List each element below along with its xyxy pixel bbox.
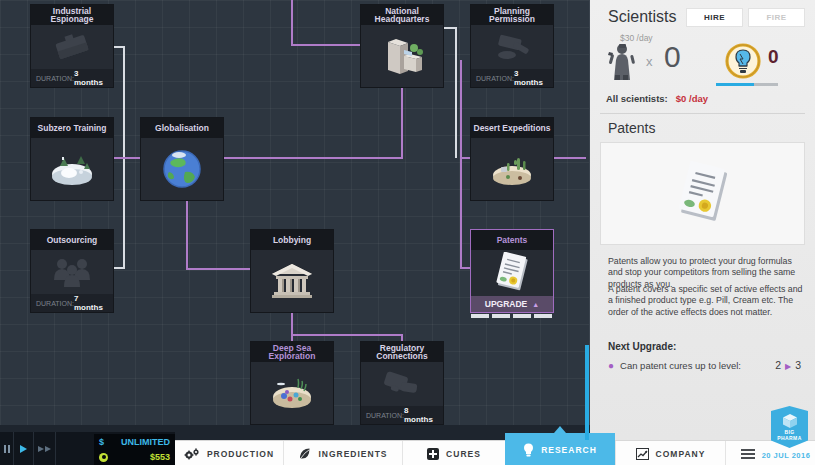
duration-label: DURATION:: [366, 412, 404, 419]
tech-node-industrial-espionage[interactable]: Industrial Espionage DURATION: 3 months: [31, 5, 113, 87]
tech-node-outsourcing[interactable]: Outsourcing DURATION: 7 months: [31, 230, 113, 312]
pause-button[interactable]: [0, 432, 14, 465]
duration-value: 3 months: [514, 69, 548, 87]
research-tree-canvas[interactable]: Industrial Espionage DURATION: 3 months …: [0, 0, 590, 440]
hire-button[interactable]: HIRE: [686, 8, 743, 27]
scientist-count: 0: [664, 40, 681, 74]
duration-value: 7 months: [74, 294, 108, 312]
main-tab-bar: PRODUCTION INGREDIENTS CURES RESEARCH CO…: [175, 440, 815, 465]
node-title: Lobbying: [251, 230, 333, 250]
tab-research[interactable]: RESEARCH: [505, 433, 615, 465]
node-title: Planning Permission: [471, 5, 553, 25]
scientist-icon: [606, 68, 636, 85]
node-title: Subzero Training: [31, 118, 113, 138]
research-points-icon: [724, 42, 762, 84]
tech-node-desert-expeditions[interactable]: Desert Expeditions: [471, 118, 553, 200]
game-date: 20 JUL 2016: [760, 451, 812, 460]
hamburger-icon: [741, 449, 755, 451]
tab-ingredients[interactable]: INGREDIENTS: [283, 441, 402, 465]
panel-highlight-bar: [585, 345, 589, 440]
research-points-count: 0: [768, 46, 779, 68]
tech-node-deep-sea-exploration[interactable]: Deep Sea Exploration: [251, 342, 333, 424]
connector-line: [186, 200, 188, 270]
globe-icon: [141, 138, 223, 200]
level-arrow-icon: ▶: [785, 362, 791, 371]
lightbulb-icon: [523, 443, 534, 457]
snow-island-icon: [31, 138, 113, 200]
node-title: Outsourcing: [31, 230, 113, 250]
play-icon: [20, 445, 27, 453]
patent-document-icon: [672, 158, 734, 230]
connector-line: [401, 88, 403, 159]
credit-limit: UNLIMITED: [121, 437, 170, 447]
desert-island-icon: [471, 138, 553, 200]
tech-node-patents[interactable]: Patents UPGRADE ▲: [471, 230, 553, 312]
tab-production[interactable]: PRODUCTION: [175, 441, 283, 465]
tech-node-planning-permission[interactable]: Planning Permission DURATION: 3 months: [471, 5, 553, 87]
patents-description-2: A patent covers a specific set of active…: [608, 284, 806, 318]
research-side-panel: Scientists HIRE FIRE $30 /day x 0 0 All …: [590, 0, 815, 440]
scientists-heading: Scientists: [608, 8, 676, 26]
gavel-icon: [471, 25, 553, 69]
connector-line: [460, 157, 471, 159]
tech-node-regulatory-connections[interactable]: Regulatory Connections DURATION: 8 month…: [361, 342, 443, 424]
fast-forward-button[interactable]: [34, 432, 56, 465]
people-icon: [31, 250, 113, 294]
coin-icon: [99, 453, 108, 462]
cross-icon: [427, 448, 439, 460]
buildings-icon: [361, 25, 443, 87]
fire-button[interactable]: FIRE: [748, 8, 805, 27]
research-screen: Industrial Espionage DURATION: 3 months …: [0, 0, 815, 465]
handshake-icon: [361, 362, 443, 406]
duration-value: 8 months: [404, 406, 438, 424]
connector-line: [186, 268, 251, 270]
tech-node-national-headquarters[interactable]: National Headquarters: [361, 5, 443, 87]
upgrade-effect-label: Can patent cures up to level:: [620, 360, 741, 371]
connector-line: [113, 267, 125, 269]
node-title: Industrial Espionage: [31, 5, 113, 25]
connector-line: [291, 312, 293, 342]
connector-line: [553, 157, 586, 159]
node-title: Globalisation: [141, 118, 223, 138]
upgrade-button[interactable]: UPGRADE ▲: [471, 296, 553, 312]
pause-icon: [4, 445, 10, 453]
all-scientists-label: All scientists:: [606, 93, 668, 104]
duration-value: 3 months: [74, 69, 108, 87]
patents-level-progress: [471, 314, 552, 318]
reef-island-icon: [251, 362, 333, 424]
patent-document-icon: [471, 250, 553, 296]
tab-cures[interactable]: CURES: [402, 441, 505, 465]
gears-icon: [184, 448, 200, 460]
play-button[interactable]: [14, 432, 34, 465]
patent-preview-box: [600, 142, 805, 245]
node-title: Patents: [471, 230, 553, 250]
tech-node-subzero-training[interactable]: Subzero Training: [31, 118, 113, 200]
leaf-icon: [298, 447, 311, 460]
section-divider: [600, 113, 805, 114]
briefcase-icon: [31, 25, 113, 69]
government-building-icon: [251, 250, 333, 312]
patents-heading: Patents: [608, 120, 655, 136]
tech-node-lobbying[interactable]: Lobbying: [251, 230, 333, 312]
connector-line: [455, 27, 457, 158]
node-title: Regulatory Connections: [361, 342, 443, 362]
finance-readout: $ UNLIMITED $553: [94, 434, 175, 465]
duration-label: DURATION:: [36, 75, 74, 82]
upgrade-arrow-icon: ▲: [532, 301, 539, 308]
level-from: 2: [775, 359, 781, 371]
chart-icon: [636, 448, 649, 460]
connector-line: [291, 0, 293, 46]
cash-balance: $553: [150, 452, 170, 462]
node-title: Desert Expeditions: [471, 118, 553, 138]
bullet-icon: ●: [608, 360, 614, 371]
node-title: Deep Sea Exploration: [251, 342, 333, 362]
connector-line: [291, 334, 403, 336]
multiply-label: x: [646, 54, 653, 69]
currency-symbol: $: [99, 437, 104, 447]
tech-node-globalisation[interactable]: Globalisation: [141, 118, 223, 200]
level-to: 3: [795, 359, 801, 371]
cube-icon: [782, 414, 798, 428]
node-title: National Headquarters: [361, 5, 443, 25]
connector-line: [291, 44, 361, 46]
tab-company[interactable]: COMPANY: [615, 441, 725, 465]
